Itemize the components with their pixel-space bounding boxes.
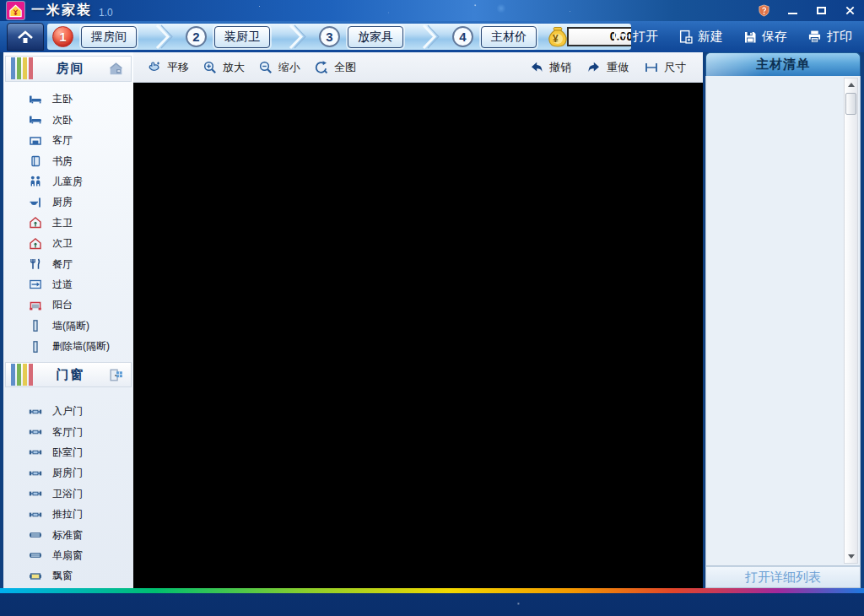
- section-title: 房间: [33, 61, 108, 77]
- minimize-button[interactable]: [785, 4, 800, 18]
- zoom-out-icon: [258, 60, 273, 75]
- sidebar-item-kitchen[interactable]: 厨房: [3, 192, 133, 213]
- sidebar-item-delete-wall[interactable]: 删除墙(隔断): [3, 336, 133, 356]
- sidebar-item-bath-door[interactable]: 卫浴门: [3, 484, 133, 504]
- step-2-button[interactable]: 装厨卫: [214, 26, 270, 48]
- section-header-doors-windows: 门窗: [5, 362, 132, 388]
- maximize-button[interactable]: [813, 4, 829, 18]
- app-window: 一米家装 1.0 1 摆房间 2 装厨卫: [0, 0, 864, 593]
- window-icon: [29, 528, 42, 542]
- sidebar-item-standard-window[interactable]: 标准窗: [3, 525, 133, 545]
- fit-view-button[interactable]: 全图: [314, 60, 356, 75]
- floorplan-canvas[interactable]: [133, 83, 703, 588]
- save-button[interactable]: 保存: [743, 29, 787, 45]
- step-2-number: 2: [186, 26, 207, 47]
- sidebar-item-entry-door[interactable]: 入户门: [3, 401, 133, 421]
- rainbow-stripes-icon: [11, 57, 33, 79]
- step-4[interactable]: 4 主材价: [452, 26, 537, 48]
- scroll-down-button[interactable]: [845, 550, 857, 563]
- sidebar-item-single-window[interactable]: 单扇窗: [3, 545, 133, 565]
- step-1[interactable]: 1 摆房间: [52, 26, 137, 48]
- door-icon: [29, 508, 42, 521]
- redo-icon: [586, 60, 602, 75]
- new-file-icon: [678, 30, 693, 44]
- step-2[interactable]: 2 装厨卫: [186, 26, 270, 48]
- door-icon: [29, 405, 42, 419]
- scrollbar[interactable]: [844, 78, 858, 564]
- sidebar-item-hallway[interactable]: 过道: [3, 274, 133, 294]
- sidebar-item-bay-window[interactable]: 飘窗: [3, 566, 133, 586]
- item-label: 标准窗: [52, 528, 83, 543]
- sidebar-item-second-bath[interactable]: 次卫: [3, 233, 133, 253]
- step-3-button[interactable]: 放家具: [348, 26, 403, 48]
- children-icon: [29, 175, 42, 188]
- money-bag-icon: ¥: [545, 24, 570, 50]
- open-button[interactable]: 打开: [613, 29, 658, 45]
- window-icon: [29, 548, 42, 562]
- item-label: 次卧: [52, 113, 73, 127]
- open-detail-list-button[interactable]: 打开详细列表: [705, 566, 861, 588]
- pan-button[interactable]: 平移: [147, 60, 189, 75]
- print-label: 打印: [827, 29, 852, 45]
- scroll-up-button[interactable]: [845, 78, 857, 91]
- app-version: 1.0: [99, 7, 113, 19]
- book-icon: [29, 154, 42, 168]
- fit-view-icon: [314, 60, 329, 75]
- door-icon: [29, 446, 42, 459]
- zoom-in-label: 放大: [223, 60, 245, 75]
- door-window-icon: [108, 367, 124, 383]
- sidebar-item-second-bedroom[interactable]: 次卧: [3, 110, 133, 130]
- minimize-icon: [788, 13, 797, 14]
- sidebar-item-balcony[interactable]: 阳台: [3, 295, 133, 316]
- step-3[interactable]: 3 放家具: [319, 26, 403, 48]
- step-3-number: 3: [319, 26, 340, 47]
- open-label: 打开: [633, 29, 658, 45]
- maximize-icon: [817, 7, 826, 14]
- item-label: 墙(隔断): [52, 319, 89, 333]
- item-label: 主卫: [52, 216, 73, 230]
- sidebar-item-kids-room[interactable]: 儿童房: [3, 171, 133, 192]
- sidebar-item-wall[interactable]: 墙(隔断): [3, 316, 133, 336]
- item-label: 阳台: [52, 298, 73, 312]
- section-header-rooms: 房间: [5, 56, 132, 82]
- home-button[interactable]: [7, 23, 44, 51]
- sidebar-item-kitchen-door[interactable]: 厨房门: [3, 463, 133, 484]
- dining-icon: [29, 257, 42, 271]
- close-button[interactable]: [842, 4, 857, 18]
- print-button[interactable]: 打印: [807, 29, 852, 45]
- new-button[interactable]: 新建: [678, 29, 723, 45]
- undo-button[interactable]: 撤销: [529, 60, 571, 75]
- dimension-button[interactable]: 尺寸: [644, 60, 686, 75]
- item-label: 卧室门: [52, 446, 83, 460]
- canvas-toolbar: 平移 放大 缩小 全图 撤销: [133, 52, 703, 83]
- sidebar-item-study[interactable]: 书房: [3, 151, 133, 171]
- logo-house-icon: [8, 3, 24, 19]
- sidebar-item-master-bedroom[interactable]: 主卧: [3, 89, 133, 110]
- redo-button[interactable]: 重做: [586, 60, 629, 75]
- item-label: 厨房: [52, 195, 73, 209]
- zoom-in-button[interactable]: 放大: [202, 60, 245, 75]
- item-label: 飘窗: [52, 569, 73, 583]
- item-label: 客厅门: [52, 425, 83, 440]
- sidebar-item-sliding-door[interactable]: 推拉门: [3, 504, 133, 524]
- zoom-out-button[interactable]: 缩小: [258, 60, 300, 75]
- zoom-out-label: 缩小: [278, 60, 300, 75]
- print-icon: [807, 30, 822, 44]
- sidebar-item-master-bath[interactable]: 主卫: [3, 213, 133, 233]
- scrollbar-thumb[interactable]: [845, 93, 856, 115]
- step-1-button[interactable]: 摆房间: [81, 26, 137, 48]
- step-4-button[interactable]: 主材价: [481, 26, 537, 48]
- sidebar-item-living-door[interactable]: 客厅门: [3, 422, 133, 442]
- sidebar-item-dining-room[interactable]: 餐厅: [3, 254, 133, 274]
- chevron-separator-icon: [154, 24, 174, 50]
- material-list-panel: 主材清单 打开详细列表: [705, 52, 861, 588]
- shield-icon[interactable]: [756, 4, 771, 18]
- sidebar-item-living-room[interactable]: 客厅: [3, 130, 133, 150]
- main-content: 房间 主卧 次卧 客厅 书房 儿童房 厨房 主卫 次卫 餐厅 过道 阳台 墙(隔…: [0, 52, 864, 588]
- item-label: 主卧: [52, 92, 73, 106]
- step-bar: 1 摆房间 2 装厨卫 3 放家具 4 主材价 ¥: [0, 21, 864, 52]
- kitchen-icon: [29, 196, 42, 209]
- dimension-label: 尺寸: [664, 60, 686, 75]
- scroll-up-icon: [848, 83, 855, 87]
- sidebar-item-bedroom-door[interactable]: 卧室门: [3, 442, 133, 462]
